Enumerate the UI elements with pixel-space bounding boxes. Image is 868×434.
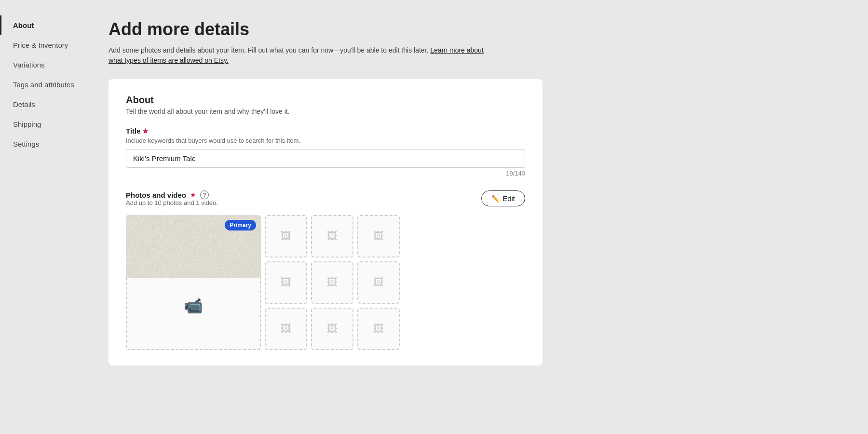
photos-video-section: Photos and video ★ ? Add up to 10 photos… <box>126 190 525 350</box>
about-section-subtitle: Tell the world all about your item and w… <box>126 108 525 115</box>
photos-label-group: Photos and video ★ ? Add up to 10 photos… <box>126 190 218 213</box>
photos-label: Photos and video <box>126 191 186 199</box>
title-field: Title ★ Include keywords that buyers wou… <box>126 127 525 177</box>
sidebar-item-details[interactable]: Details <box>0 95 89 114</box>
title-input[interactable] <box>126 149 525 168</box>
sidebar-item-settings[interactable]: Settings <box>0 134 89 154</box>
page-title: Add more details <box>108 19 839 40</box>
title-hint: Include keywords that buyers would use t… <box>126 137 525 144</box>
title-label: Title ★ <box>126 127 525 135</box>
photo-slot-8[interactable]: 🖼 <box>265 308 307 350</box>
sidebar-item-variations[interactable]: Variations <box>0 55 89 75</box>
photo-slot-4[interactable]: 🖼 <box>357 215 400 258</box>
required-indicator: ★ <box>142 127 149 135</box>
about-section-title: About <box>126 95 525 106</box>
photo-slot-2[interactable]: 🖼 <box>265 215 307 258</box>
image-placeholder-icon-7: 🖼 <box>373 276 384 289</box>
video-icon-wrap: 📹 <box>184 297 203 315</box>
pencil-icon: ✏️ <box>491 195 500 203</box>
help-icon[interactable]: ? <box>200 190 209 199</box>
photos-required: ★ <box>190 191 196 199</box>
photo-slot-3[interactable]: 🖼 <box>311 215 353 258</box>
image-placeholder-icon-6: 🖼 <box>327 276 338 289</box>
image-placeholder-icon-2: 🖼 <box>281 230 291 243</box>
sidebar-item-tags-attributes[interactable]: Tags and attributes <box>0 75 89 95</box>
about-card: About Tell the world all about your item… <box>108 79 542 366</box>
sidebar-item-price-inventory[interactable]: Price & Inventory <box>0 35 89 55</box>
photos-grid: Primary 🖼 🖼 🖼 📹 <box>126 215 525 350</box>
image-placeholder-icon-10: 🖼 <box>373 323 384 335</box>
image-placeholder-icon-9: 🖼 <box>327 323 338 335</box>
video-icon: 📹 <box>184 297 203 315</box>
image-placeholder-icon-5: 🖼 <box>281 276 291 289</box>
image-placeholder-icon-8: 🖼 <box>281 323 291 335</box>
sidebar-item-shipping[interactable]: Shipping <box>0 114 89 134</box>
edit-photos-button[interactable]: ✏️ Edit <box>481 190 525 206</box>
main-content: Add more details Add some photos and det… <box>89 0 868 434</box>
page-subtitle: Add some photos and details about your i… <box>108 45 494 66</box>
photo-slot-6[interactable]: 🖼 <box>311 261 353 304</box>
photo-primary[interactable]: Primary <box>126 215 261 278</box>
image-placeholder-icon-4: 🖼 <box>373 230 384 243</box>
photo-slot-5[interactable]: 🖼 <box>265 261 307 304</box>
photos-hint: Add up to 10 photos and 1 video. <box>126 199 218 206</box>
photos-header: Photos and video ★ ? Add up to 10 photos… <box>126 190 525 213</box>
sidebar: About Price & Inventory Variations Tags … <box>0 0 89 434</box>
photo-slot-7[interactable]: 🖼 <box>357 261 400 304</box>
image-placeholder-icon-3: 🖼 <box>327 230 338 243</box>
char-count: 19/140 <box>126 170 525 177</box>
sidebar-item-about[interactable]: About <box>0 15 89 35</box>
primary-badge: Primary <box>225 220 256 231</box>
photo-slot-9[interactable]: 🖼 <box>311 308 353 350</box>
photo-slot-10[interactable]: 🖼 <box>357 308 400 350</box>
